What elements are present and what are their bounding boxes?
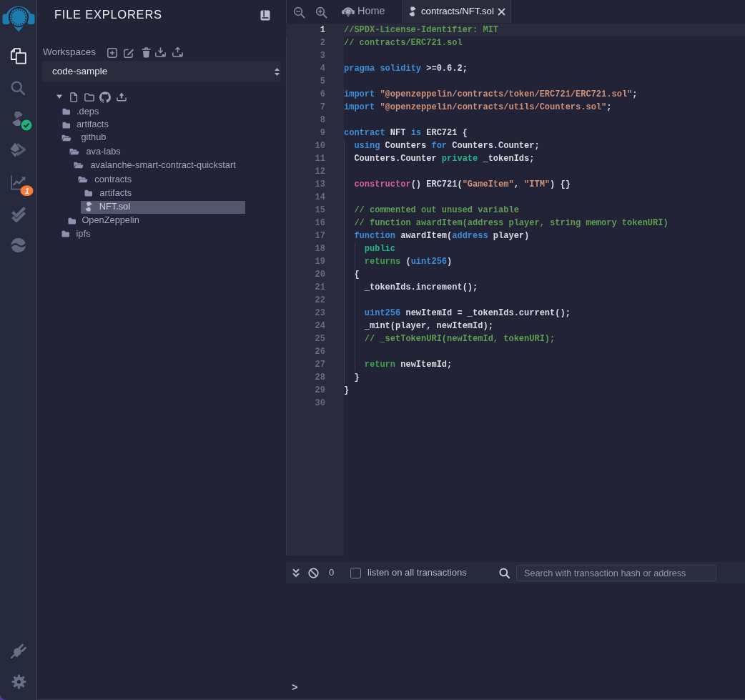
svg-text:1: 1 [25,186,29,194]
